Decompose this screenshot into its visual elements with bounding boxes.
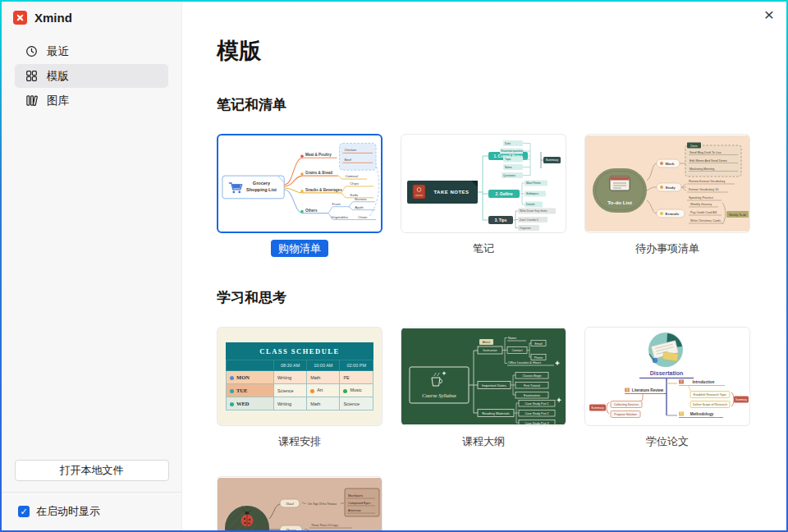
grocery-onion: Onion bbox=[358, 215, 368, 219]
syllabus-branch-instructor: Instructor bbox=[483, 348, 497, 352]
schedule-time-3: 02:00 PM bbox=[340, 360, 373, 371]
schedule-row-tue: TUE Science Art Music bbox=[227, 384, 373, 397]
notes-date: Date bbox=[505, 142, 511, 145]
notes-subtopics: Subtopics bbox=[526, 192, 538, 195]
grocery-oatmeal: Oatmeal bbox=[345, 174, 358, 178]
todo-work-2: Edit Memo And Send Demo bbox=[690, 159, 727, 163]
ladybug-head-note: On Top Of Its Thorax bbox=[308, 502, 337, 506]
notes-branch-tips: 3. Tips bbox=[495, 218, 507, 222]
template-card-todo[interactable]: To-do List Work Done Send Blog Draft To … bbox=[584, 134, 750, 259]
svg-text:II: II bbox=[626, 388, 628, 392]
template-grid-row-1: Grocery Shopping List Meat & Poultry Chi… bbox=[217, 134, 762, 259]
dissertation-summary-left: Summary bbox=[591, 406, 604, 410]
syllabus-root: Course Syllabus bbox=[422, 392, 456, 398]
app-title: Xmind bbox=[34, 11, 72, 25]
template-card-ladybug[interactable]: Ladybug Head On Top Of Its Thorax Mouthp… bbox=[217, 476, 383, 530]
syllabus-office: Office Location & Hours bbox=[508, 361, 541, 365]
schedule-row-wed: WED Writing Math Science bbox=[227, 397, 373, 410]
todo-study-2: Korean Vocabulary 10 bbox=[689, 188, 718, 191]
template-grid-row-2: CLASS SCHEDULE 08:30 AM 10:00 AM 02:00 P… bbox=[217, 327, 762, 452]
tue-day-icon bbox=[230, 389, 234, 393]
syllabus-first-tutorial: First Tutorial bbox=[524, 384, 540, 388]
clock-icon bbox=[25, 45, 38, 57]
dissertation-branch-methodology: Methodology bbox=[690, 412, 714, 416]
todo-weekly-tag: Weekly To-do bbox=[729, 213, 746, 217]
dissertation-root: Dissertation bbox=[650, 370, 683, 376]
notes-questions: Questions bbox=[503, 174, 515, 177]
grocery-chicken: Chicken bbox=[344, 148, 357, 152]
grocery-root-line2: Shopping List bbox=[246, 187, 277, 192]
dissertation-branch-literature: Literature Review bbox=[632, 388, 664, 392]
todo-errand-2: Pay Credit Card Bill bbox=[690, 211, 717, 214]
syllabus-name: Name bbox=[508, 337, 516, 340]
syllabus-case-1: Case Study Part 1 bbox=[525, 402, 548, 406]
syllabus-thumbnail: Course Syllabus Instructor About Name Co… bbox=[401, 327, 566, 426]
schedule-time-2: 10:00 AM bbox=[307, 360, 340, 371]
section-heading-study-thinking: 学习和思考 bbox=[217, 288, 762, 307]
sidebar-item-gallery[interactable]: 图库 bbox=[15, 89, 168, 112]
template-label-notes: 笔记 bbox=[401, 241, 566, 259]
template-card-notes[interactable]: TAKE NOTES 1. Cornell Notes Date Essenti… bbox=[401, 134, 566, 259]
svg-text:III: III bbox=[680, 412, 683, 415]
notes-branch-outline: 2. Outline bbox=[496, 192, 513, 196]
schedule-row-mon: MON Writing Math PE bbox=[227, 371, 373, 384]
todo-work-3: Marketing Meeting bbox=[690, 167, 714, 171]
grocery-chips: Chips bbox=[350, 181, 359, 186]
sidebar-item-label: 图库 bbox=[47, 94, 69, 108]
syllabus-about-tag: About bbox=[483, 341, 490, 344]
template-label-dissertation: 学位论文 bbox=[584, 434, 750, 452]
mon-day-icon bbox=[230, 376, 234, 380]
grocery-banana: Banana bbox=[355, 197, 367, 201]
main-panel: × 模版 笔记和清单 Grocery bbox=[182, 2, 786, 530]
sidebar-item-recent[interactable]: 最近 bbox=[15, 39, 168, 63]
show-on-startup-checkbox[interactable]: ✓ bbox=[18, 506, 30, 517]
sidebar-item-label: 最近 bbox=[47, 44, 69, 59]
sidebar-bottom: 打开本地文件 ✓ 在启动时显示 bbox=[2, 460, 181, 530]
grocery-branch-grains: Grains & Bread bbox=[305, 171, 332, 175]
syllabus-classes-begin: Classes Begin bbox=[523, 374, 542, 378]
syllabus-case-3: Case Study Part 3 bbox=[525, 422, 548, 425]
grocery-beef: Beef bbox=[344, 158, 351, 162]
sidebar-item-templates[interactable]: 模版 bbox=[15, 64, 168, 88]
page-title: 模版 bbox=[217, 36, 762, 66]
template-label-todo: 待办事项清单 bbox=[584, 241, 750, 259]
notes-tip-2: Don't Overdo It bbox=[520, 218, 538, 222]
ladybug-legs: Three Pairs Of Legs bbox=[311, 524, 338, 527]
svg-text:II: II bbox=[680, 380, 682, 383]
syllabus-branch-dates: Important Dates bbox=[482, 383, 506, 388]
template-card-dissertation[interactable]: Dissertation II Literature Review Collec… bbox=[584, 327, 750, 452]
app-logo: Xmind bbox=[2, 9, 181, 39]
template-label-grocery: 购物清单 bbox=[217, 241, 383, 259]
dissertation-branch-introduction: Introduction bbox=[693, 380, 715, 384]
todo-branch-errands: Errands bbox=[666, 212, 680, 216]
dissertation-establish: Establish Research Topic bbox=[694, 393, 726, 397]
close-icon[interactable]: × bbox=[764, 6, 774, 23]
templates-icon bbox=[25, 70, 38, 82]
art-marker-icon bbox=[310, 389, 314, 393]
template-card-schedule[interactable]: CLASS SCHEDULE 08:30 AM 10:00 AM 02:00 P… bbox=[217, 327, 383, 452]
grocery-branch-snacks: Snacks & Beverages bbox=[305, 188, 342, 192]
notes-main-points: Main Points bbox=[526, 181, 541, 185]
todo-done-tag: Done bbox=[690, 144, 698, 148]
todo-branch-study: Study bbox=[666, 186, 676, 190]
xmind-logo-icon bbox=[13, 11, 27, 25]
wed-day-icon bbox=[230, 402, 234, 406]
notes-notes: Notes bbox=[505, 166, 512, 169]
syllabus-examination: Examination bbox=[524, 394, 540, 397]
template-card-syllabus[interactable]: Course Syllabus Instructor About Name Co… bbox=[401, 327, 566, 452]
show-on-startup-label: 在启动时显示 bbox=[36, 504, 100, 519]
notes-details: Details bbox=[526, 203, 535, 206]
notes-tip-1: Write Down Key Items bbox=[520, 209, 547, 213]
open-local-file-button[interactable]: 打开本地文件 bbox=[15, 460, 169, 481]
class-schedule-table: CLASS SCHEDULE 08:30 AM 10:00 AM 02:00 P… bbox=[226, 342, 373, 410]
show-on-startup-row: ✓ 在启动时显示 bbox=[2, 493, 181, 530]
grocery-root-line1: Grocery bbox=[253, 181, 271, 186]
app-window: Xmind 最近 模版 bbox=[0, 0, 788, 532]
ladybug-thumbnail: Ladybug Head On Top Of Its Thorax Mouthp… bbox=[217, 476, 383, 530]
todo-study-3: Speaking Practice bbox=[689, 196, 713, 200]
todo-branch-work: Work bbox=[666, 162, 675, 166]
dissertation-propose: Propose Solution bbox=[614, 413, 636, 416]
ladybug-branch-thorax: Thorax bbox=[286, 528, 296, 530]
ladybug-branch-head: Head bbox=[285, 502, 294, 506]
template-card-grocery[interactable]: Grocery Shopping List Meat & Poultry Chi… bbox=[217, 134, 383, 259]
